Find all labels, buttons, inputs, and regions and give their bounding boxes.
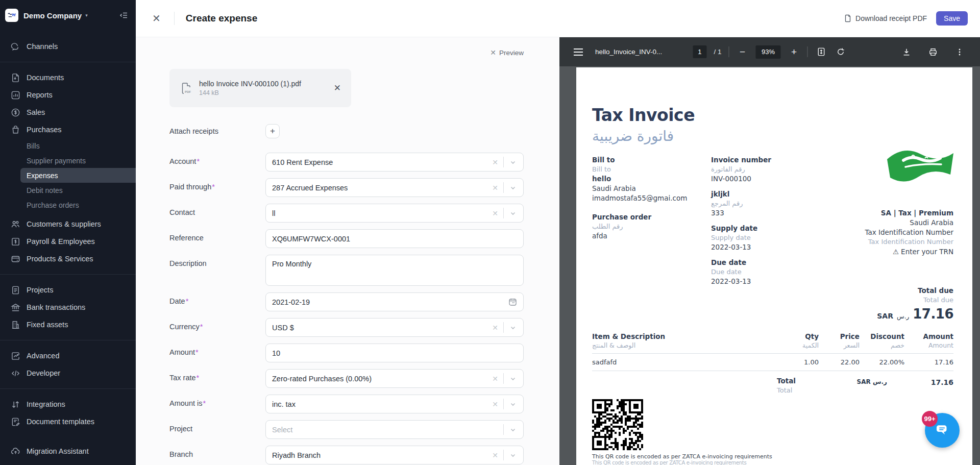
qr-section: This QR code is encoded as per ZATCA e-i… bbox=[592, 399, 953, 465]
sidebar-item-label: Documents bbox=[27, 74, 64, 82]
print-icon[interactable] bbox=[927, 46, 939, 58]
rotate-icon[interactable] bbox=[835, 46, 847, 58]
table-total-row: Total Total SAR ر.س 17.16 bbox=[592, 371, 953, 395]
clear-icon[interactable]: ✕ bbox=[487, 184, 503, 192]
sidebar-item-advanced[interactable]: Advanced bbox=[0, 347, 136, 364]
chevron-down-icon[interactable] bbox=[504, 401, 517, 407]
field-date: Date* 2021-02-19 bbox=[169, 292, 524, 311]
sidebar-item-reports[interactable]: Reports bbox=[0, 86, 136, 104]
project-select[interactable]: Select bbox=[265, 420, 524, 439]
people-icon bbox=[10, 219, 20, 229]
seller-block: SA | Tax | Premium Saudi Arabia Tax Iden… bbox=[865, 208, 953, 257]
clear-icon[interactable]: ✕ bbox=[487, 158, 503, 166]
divider bbox=[0, 388, 136, 389]
zoom-in-button[interactable]: + bbox=[788, 46, 800, 58]
amount-input[interactable]: 10 bbox=[265, 344, 524, 362]
sidebar-item-label: Reports bbox=[27, 91, 53, 99]
zoom-level[interactable]: 93% bbox=[756, 45, 781, 59]
clear-icon[interactable]: ✕ bbox=[487, 400, 503, 408]
sidebar-item-purchases[interactable]: Purchases bbox=[0, 121, 136, 138]
clear-icon[interactable]: ✕ bbox=[487, 209, 503, 217]
field-project: Project Select bbox=[169, 420, 524, 439]
paid-through-select[interactable]: 287 Accrued Expenses ✕ bbox=[265, 178, 524, 197]
sidebar-item-products-services[interactable]: Products & Services bbox=[0, 250, 136, 267]
sidebar-item-developer[interactable]: Developer bbox=[0, 364, 136, 382]
attach-receipts-label: Attach receipts bbox=[169, 127, 265, 135]
expense-form: ✕ Preview PDF hello Invoice INV-000100 (… bbox=[136, 37, 559, 465]
clear-icon[interactable]: ✕ bbox=[487, 324, 503, 332]
total-due-block: Total due Total due SAR ر.س 17.16 bbox=[877, 286, 953, 322]
sidebar-item-label: Payroll & Employees bbox=[27, 237, 95, 246]
calendar-icon[interactable] bbox=[508, 298, 517, 306]
pdf-menu-icon[interactable] bbox=[574, 48, 583, 56]
sidebar-item-purchase-orders[interactable]: Purchase orders bbox=[0, 198, 136, 212]
chevron-down-icon[interactable] bbox=[504, 452, 517, 458]
download-receipt-pdf-button[interactable]: Download receipt PDF bbox=[844, 14, 927, 22]
tax-rate-select[interactable]: Zero-rated Purchases (0.00%) ✕ bbox=[265, 369, 524, 388]
company-selector[interactable]: Demo Company ▾ bbox=[0, 5, 136, 26]
clear-icon[interactable]: ✕ bbox=[487, 451, 503, 459]
chat-launcher-button[interactable]: 99+ bbox=[925, 413, 960, 448]
pdf-title: hello_Invoice_INV-0... bbox=[595, 48, 662, 56]
description-textarea[interactable]: Pro Monthly bbox=[265, 255, 524, 286]
sidebar-item-integrations[interactable]: Integrations bbox=[0, 396, 136, 413]
sidebar-item-migration-assistant[interactable]: Migration Assistant bbox=[0, 443, 136, 460]
close-icon[interactable]: ✕ bbox=[152, 13, 161, 23]
page-number-input[interactable]: 1 bbox=[693, 45, 706, 58]
chevron-down-icon[interactable] bbox=[504, 159, 517, 165]
currency-select[interactable]: USD $ ✕ bbox=[265, 318, 524, 337]
sidebar-item-label: Integrations bbox=[27, 400, 65, 408]
clear-icon[interactable]: ✕ bbox=[487, 375, 503, 383]
bank-icon bbox=[10, 302, 20, 312]
sidebar-item-supplier-payments[interactable]: Supplier payments bbox=[0, 153, 136, 168]
invoice-title: Tax Invoice bbox=[592, 105, 695, 125]
sidebar-item-bills[interactable]: Bills bbox=[0, 138, 136, 153]
invoice-title-arabic: فاتورة ضريبية bbox=[592, 128, 674, 144]
chevron-down-icon[interactable] bbox=[504, 325, 517, 331]
branch-select[interactable]: Riyadh Branch ✕ bbox=[265, 446, 524, 464]
amount-is-select[interactable]: inc. tax ✕ bbox=[265, 395, 524, 413]
remove-file-icon[interactable]: ✕ bbox=[334, 83, 341, 93]
chevron-down-icon[interactable] bbox=[504, 427, 517, 433]
chevron-down-icon[interactable] bbox=[504, 210, 517, 216]
save-button[interactable]: Save bbox=[936, 11, 968, 26]
add-receipt-button[interactable]: + bbox=[265, 124, 280, 138]
invoice-items-table: Item & Descriptionالوصف & المنتج Qtyالكم… bbox=[592, 332, 953, 395]
sidebar-item-bank-transactions[interactable]: Bank transactions bbox=[0, 299, 136, 316]
fit-to-page-icon[interactable] bbox=[815, 46, 827, 58]
close-icon: ✕ bbox=[490, 48, 496, 57]
close-preview-button[interactable]: ✕ Preview bbox=[490, 48, 524, 57]
svg-text:PDF: PDF bbox=[185, 90, 191, 93]
sidebar-item-debit-notes[interactable]: Debit notes bbox=[0, 183, 136, 198]
sidebar-item-payroll-employees[interactable]: Payroll & Employees bbox=[0, 233, 136, 250]
sidebar-item-label: Projects bbox=[27, 286, 53, 294]
sidebar-item-fixed-assets[interactable]: Fixed assets bbox=[0, 316, 136, 333]
qr-caption: This QR code is encoded as per ZATCA e-i… bbox=[592, 453, 953, 460]
sidebar-item-document-templates[interactable]: Document templates bbox=[0, 413, 136, 430]
trn-warning: ⚠ Enter your TRN bbox=[865, 247, 953, 257]
card-icon bbox=[10, 254, 20, 264]
date-input[interactable]: 2021-02-19 bbox=[265, 292, 524, 311]
sidebar-item-channels[interactable]: Channels bbox=[0, 38, 136, 55]
sidebar-item-documents[interactable]: Documents bbox=[0, 69, 136, 86]
purchase-order-block: Purchase order رقم الطلب afda bbox=[592, 212, 651, 241]
reference-input[interactable]: XQ6UMFW7WCX-0001 bbox=[265, 229, 524, 248]
sidebar-item-expenses[interactable]: Expenses bbox=[20, 168, 136, 183]
chevron-down-icon[interactable] bbox=[504, 185, 517, 191]
collapse-sidebar-icon[interactable] bbox=[119, 11, 129, 20]
cloud-upload-icon bbox=[10, 446, 20, 456]
invoice-page: Tax Invoice فاتورة ضريبية Bill to Bill t… bbox=[576, 67, 972, 465]
dollar-circle-icon bbox=[10, 107, 20, 117]
field-contact: Contact ll ✕ bbox=[169, 204, 524, 223]
contact-select[interactable]: ll ✕ bbox=[265, 204, 524, 223]
zoom-out-button[interactable]: − bbox=[737, 46, 749, 58]
account-select[interactable]: 610 Rent Expense ✕ bbox=[265, 153, 524, 172]
field-reference: Reference XQ6UMFW7WCX-0001 bbox=[169, 229, 524, 248]
chevron-down-icon[interactable] bbox=[504, 376, 517, 382]
sidebar-item-projects[interactable]: Projects bbox=[0, 281, 136, 299]
download-icon[interactable] bbox=[900, 46, 913, 58]
more-options-icon[interactable] bbox=[953, 46, 966, 58]
sidebar-item-customers-suppliers[interactable]: Customers & suppliers bbox=[0, 215, 136, 233]
sidebar-item-sales[interactable]: Sales bbox=[0, 104, 136, 121]
arrows-updown-icon bbox=[10, 399, 20, 409]
